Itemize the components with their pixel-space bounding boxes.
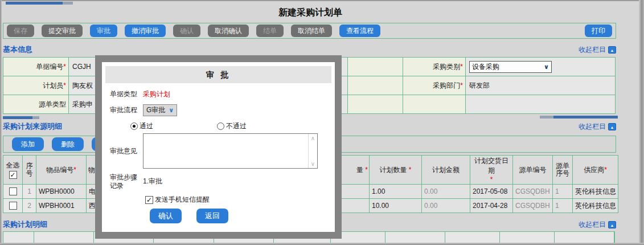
save-button[interactable]: 保存 — [7, 24, 34, 37]
source-no-cell: CGSQDBH — [513, 199, 553, 213]
toolbar: 保存 提交审批 审批 撤消审批 确认 取消确认 结单 取消结单 查看流程 打印 — [3, 23, 616, 39]
detail-collapse[interactable]: 收起栏目 ▲ — [579, 220, 616, 230]
doc-type-label: 单据类型 — [110, 90, 143, 99]
opinion-label: 审批意见 — [110, 147, 143, 156]
collapse-up-icon[interactable]: ▲ — [608, 221, 616, 228]
supplier-header: 供应商* — [573, 156, 618, 185]
add-button[interactable]: 添加 — [12, 137, 44, 151]
delivery-date-cell[interactable]: 2017-05-08 — [470, 185, 513, 199]
window-frame — [0, 0, 2, 245]
fail-radio-label: 不通过 — [226, 121, 247, 131]
approval-flow-select[interactable]: G审批 ∨ — [143, 104, 177, 116]
basic-info-title: 基本信息 — [3, 44, 32, 55]
fail-radio[interactable] — [217, 122, 224, 130]
collapse-up-icon[interactable]: ▲ — [608, 46, 616, 54]
supplier-cell: 英伦科技信息 — [573, 199, 618, 213]
basic-collapse[interactable]: 收起栏目 ▲ — [579, 45, 616, 55]
right-h-scrollbar[interactable] — [540, 116, 618, 119]
seq-header: 序号 — [23, 156, 36, 185]
pass-radio-label: 通过 — [140, 121, 153, 131]
cancel-approval-button[interactable]: 撤消审批 — [125, 24, 166, 37]
source-seq-cell: 1 — [553, 185, 573, 199]
item-code-header: 物品编号* — [36, 156, 87, 185]
source-no-header: 源单编号 — [513, 156, 553, 185]
basic-h-scrollbar[interactable] — [3, 116, 39, 119]
chevron-down-icon: ∨ — [544, 63, 549, 71]
cancel-close-order-button[interactable]: 取消结单 — [291, 24, 332, 37]
select-all-checkbox[interactable] — [9, 171, 17, 179]
source-no-cell: CGSQDBH — [513, 185, 553, 199]
print-button[interactable]: 打印 — [585, 24, 612, 37]
item-code-cell: WPBH0001 — [36, 199, 87, 213]
delivery-date-cell[interactable]: 2017-04-28 — [470, 199, 513, 213]
purchase-dept-field: 研发部 — [466, 76, 616, 95]
scrollbar-track[interactable] — [540, 116, 553, 119]
modal-title: 审 批 — [105, 66, 331, 83]
textarea-scrollbar[interactable]: ∧ ∨ — [308, 134, 317, 168]
confirm-button[interactable]: 确认 — [173, 24, 200, 37]
top-h-scrollbar[interactable] — [6, 2, 73, 5]
chevron-down-icon: ∨ — [169, 107, 174, 114]
opinion-textarea[interactable]: ∧ ∨ — [143, 133, 318, 169]
collapse-up-icon[interactable]: ▲ — [608, 123, 616, 130]
row-checkbox[interactable] — [9, 202, 17, 210]
approve-button[interactable]: 审批 — [90, 24, 117, 37]
supplier-cell: 英伦科技信息 — [573, 185, 618, 199]
purchase-category-select[interactable]: 设备采购 ∨ — [469, 61, 552, 73]
cancel-confirm-button[interactable]: 取消确认 — [208, 24, 249, 37]
row-checkbox[interactable] — [9, 187, 17, 195]
steps-value: 1.审批 — [143, 173, 162, 186]
scrollbar-thumb[interactable] — [3, 116, 32, 119]
item-code-cell: WPBH0000 — [36, 185, 87, 199]
scrollbar-thumb[interactable] — [6, 2, 63, 5]
modal-back-button[interactable]: 返回 — [196, 209, 228, 223]
flow-label: 审批流程 — [110, 106, 143, 115]
plan-qty-cell[interactable]: 10.00 — [370, 199, 422, 213]
source-collapse[interactable]: 收起栏目 ▲ — [579, 122, 616, 132]
page-title: 新建采购计划单 — [0, 7, 621, 19]
detail-title: 采购计划明细 — [3, 219, 47, 230]
plan-qty-cell[interactable]: 1.00 — [370, 185, 422, 199]
plan-qty-header: 计划数量 * — [370, 156, 422, 185]
window-frame — [0, 0, 644, 1]
sms-label: 发送手机短信提醒 — [155, 195, 210, 205]
source-seq-cell: 1 — [553, 199, 573, 213]
steps-label: 审批步骤记录 — [110, 173, 143, 190]
source-title: 采购计划来源明细 — [3, 121, 62, 132]
scrollbar-track[interactable] — [32, 116, 39, 119]
pass-radio[interactable] — [130, 122, 138, 130]
plan-amount-header: 计划金额 — [422, 156, 470, 185]
scroll-down-icon[interactable]: ∨ — [311, 161, 315, 167]
app-window: 新建采购计划单 保存 提交审批 审批 撤消审批 确认 取消确认 结单 取消结单 … — [0, 0, 644, 245]
doc-type-value: 采购计划 — [143, 89, 170, 99]
window-frame — [639, 0, 644, 245]
plan-amount-cell: 0.00 — [422, 185, 470, 199]
source-seq-header: 源单序号 — [553, 156, 573, 185]
modal-confirm-button[interactable]: 确认 — [150, 209, 182, 223]
window-frame — [0, 243, 644, 245]
view-flow-button[interactable]: 查看流程 — [339, 24, 380, 37]
submit-approval-button[interactable]: 提交审批 — [42, 24, 83, 37]
close-order-button[interactable]: 结单 — [256, 24, 284, 37]
plan-amount-cell: 0.00 — [422, 199, 470, 213]
approval-modal: 审 批 单据类型 采购计划 审批流程 G审批 ∨ 通过 — [95, 55, 342, 239]
delivery-date-header: 计划交货日期 * — [470, 156, 513, 185]
delete-button[interactable]: 删除 — [52, 137, 84, 151]
scrollbar-thumb[interactable] — [553, 116, 618, 119]
sms-checkbox[interactable] — [145, 196, 153, 204]
basic-info-section-bar: 基本信息 收起栏目 ▲ — [3, 43, 616, 56]
select-all-header: 全选 — [3, 156, 23, 185]
scroll-up-icon[interactable]: ∧ — [311, 135, 315, 141]
scrollbar-track[interactable] — [63, 2, 73, 5]
